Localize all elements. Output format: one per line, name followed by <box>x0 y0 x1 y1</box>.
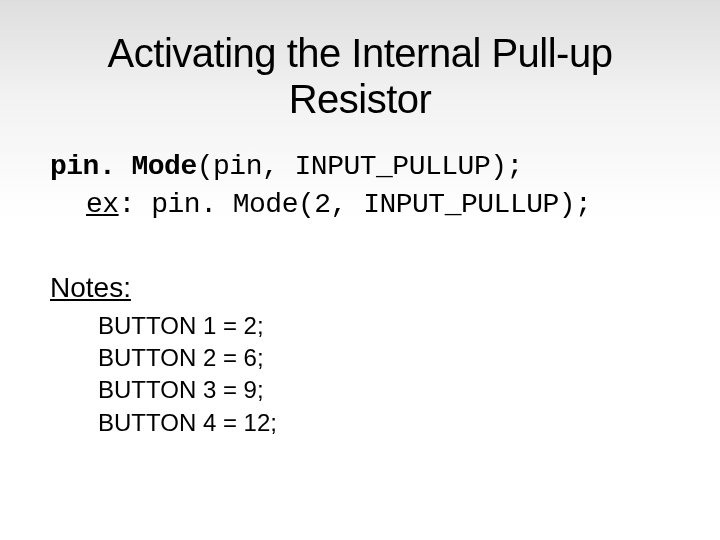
example-line: ex: pin. Mode(2, INPUT_PULLUP); <box>50 186 591 224</box>
code-block: pin. Mode(pin, INPUT_PULLUP); ex: pin. M… <box>50 148 670 224</box>
ex-label: ex <box>86 189 119 220</box>
note-item: BUTTON 3 = 9; <box>98 374 670 406</box>
notes-heading: Notes: <box>50 272 670 304</box>
code-args-1: (pin, INPUT_PULLUP); <box>197 151 523 182</box>
notes-list: BUTTON 1 = 2; BUTTON 2 = 6; BUTTON 3 = 9… <box>50 310 670 440</box>
note-item: BUTTON 2 = 6; <box>98 342 670 374</box>
ex-call: pin. Mode(2, INPUT_PULLUP); <box>151 189 591 220</box>
note-item: BUTTON 4 = 12; <box>98 407 670 439</box>
slide-title: Activating the Internal Pull-up Resistor <box>50 30 670 122</box>
note-item: BUTTON 1 = 2; <box>98 310 670 342</box>
slide: Activating the Internal Pull-up Resistor… <box>0 0 720 540</box>
code-func: pin. Mode <box>50 151 197 182</box>
ex-colon: : <box>119 189 152 220</box>
